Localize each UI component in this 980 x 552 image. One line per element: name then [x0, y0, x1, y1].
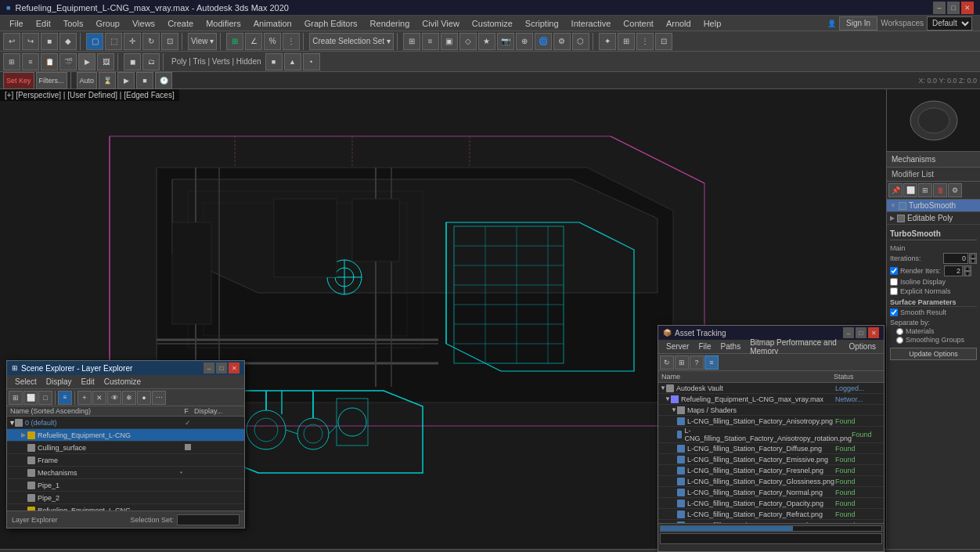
se-row-refuel-child[interactable]: Refueling_Equipment_L-CNG	[7, 504, 244, 511]
se-close-btn[interactable]: ✕	[229, 363, 240, 373]
at-minimize-btn[interactable]: –	[843, 327, 854, 338]
se-more-btn[interactable]: ⋯	[152, 391, 166, 405]
se-row-mechanisms[interactable]: Mechanisms *	[7, 467, 244, 479]
layer-mgr-btn[interactable]: ≡	[22, 53, 39, 70]
viewport-header[interactable]: [+] [Perspective] | [User Defined] | [Ed…	[0, 89, 179, 101]
se-menu-display[interactable]: Display	[41, 376, 77, 388]
se-selection-input-field[interactable]	[177, 514, 240, 525]
menu-content[interactable]: Content	[617, 17, 660, 30]
se-row-culling[interactable]: Culling_surface	[7, 442, 244, 454]
se-none-btn[interactable]: □	[38, 391, 52, 405]
at-maximize-btn[interactable]: □	[856, 327, 867, 338]
key-filter-btn[interactable]: Filters...	[36, 72, 67, 89]
at-missing-btn[interactable]: ?	[690, 355, 704, 370]
at-row-emissive[interactable]: L-CNG_filling_Station_Factory_Emissive.p…	[658, 454, 884, 465]
se-render-vis-btn[interactable]: ●	[137, 391, 151, 405]
stat-tris-btn[interactable]: ▲	[284, 53, 301, 70]
render-explorer-btn[interactable]: 🗂	[142, 53, 160, 70]
ts-smoothing-radio[interactable]	[896, 337, 903, 344]
configure-modsets-btn[interactable]: ⚙	[948, 183, 962, 197]
stat-verts-btn[interactable]: •	[303, 53, 320, 70]
at-row-maps[interactable]: ▼ Maps / Shaders	[658, 405, 884, 416]
se-tree[interactable]: ▼ 0 (default) ✓ ▶ Refueling_Equipment_L-…	[7, 417, 244, 511]
se-hide-btn[interactable]: 👁	[107, 391, 121, 405]
key-mode-btn[interactable]: ⌛	[99, 72, 116, 89]
menu-tools[interactable]: Tools	[57, 17, 90, 30]
at-path-input[interactable]	[660, 533, 882, 544]
menu-graph-editors[interactable]: Graph Editors	[298, 17, 364, 30]
angle-snap-button[interactable]: ∠	[245, 33, 262, 50]
se-maximize-btn[interactable]: □	[216, 363, 227, 373]
ts-iter-up[interactable]: ▲	[969, 253, 977, 258]
modifier-editable-poly[interactable]: ▶ Editable Poly	[887, 212, 980, 225]
se-freeze-btn[interactable]: ❄	[122, 391, 136, 405]
ts-smooth-result-checkbox[interactable]	[890, 308, 898, 316]
ts-isoline-checkbox[interactable]	[890, 278, 898, 286]
menu-edit[interactable]: Edit	[30, 17, 57, 30]
ts-explicit-normals-checkbox[interactable]	[890, 287, 898, 295]
layer-button[interactable]: ⊞	[403, 33, 420, 50]
at-menu-server[interactable]: Server	[661, 341, 694, 352]
spinner-snap-button[interactable]: ⋮	[283, 33, 300, 50]
ref-coord-button[interactable]: View ▾	[188, 33, 217, 50]
spacewarp-button[interactable]: 🌀	[535, 33, 552, 50]
menu-scripting[interactable]: Scripting	[519, 17, 565, 30]
body-button[interactable]: ⬡	[572, 33, 589, 50]
scene-states-btn[interactable]: 📋	[41, 53, 58, 70]
shape-button[interactable]: ◇	[459, 33, 477, 50]
ts-iter-down[interactable]: ▼	[969, 258, 977, 264]
signin-button[interactable]: Sign In	[839, 16, 877, 31]
undo-button[interactable]: ↩	[3, 33, 20, 50]
auto-key-btn[interactable]: Auto	[77, 72, 98, 89]
at-close-btn[interactable]: ✕	[868, 327, 879, 338]
se-minimize-btn[interactable]: –	[204, 363, 214, 373]
ts-materials-radio[interactable]	[896, 328, 903, 335]
at-row-aniso[interactable]: L-CNG_filling_Station_Factory_Anisotropy…	[658, 416, 884, 427]
workspace-dropdown[interactable]: Default	[927, 16, 972, 31]
menu-file[interactable]: File	[3, 17, 30, 30]
at-row-aniso-rot[interactable]: L-CNG_filling_Station_Factory_Anisotropy…	[658, 427, 884, 443]
se-invert-btn[interactable]: ⬜	[23, 391, 38, 405]
hold-button[interactable]: ■	[41, 33, 58, 50]
menu-views[interactable]: Views	[126, 17, 161, 30]
menu-create[interactable]: Create	[161, 17, 200, 30]
scale-button[interactable]: ⊡	[161, 33, 178, 50]
stat-polys-btn[interactable]: ■	[265, 53, 283, 70]
render-btn[interactable]: ▶	[78, 53, 95, 70]
at-refresh-btn[interactable]: ↻	[660, 355, 674, 370]
se-layer-btn[interactable]: ≡	[58, 391, 72, 405]
spacing-button[interactable]: ⊡	[655, 33, 672, 50]
geo-button[interactable]: ▣	[441, 33, 458, 50]
se-menu-select[interactable]: Select	[10, 376, 41, 388]
redo-button[interactable]: ↪	[22, 33, 39, 50]
at-row-refract[interactable]: L-CNG_filling_Station_Factory_Refract.pn…	[658, 509, 884, 520]
snap-toggle-button[interactable]: ⊞	[226, 33, 243, 50]
menu-arnold[interactable]: Arnold	[660, 17, 697, 30]
named-sel-button[interactable]: ✦	[599, 33, 616, 50]
menu-rendering[interactable]: Rendering	[364, 17, 416, 30]
at-track-btn[interactable]: ⊞	[675, 355, 689, 370]
close-button[interactable]: ✕	[961, 2, 974, 14]
fetch-button[interactable]: ◆	[59, 33, 77, 50]
move-button[interactable]: ✛	[124, 33, 141, 50]
modifier-turbosooth[interactable]: ▼ TurboSmooth	[887, 200, 980, 212]
remove-modifier-btn[interactable]: 🗑	[933, 183, 947, 197]
ts-render-iters-checkbox[interactable]	[890, 267, 898, 275]
se-menu-edit[interactable]: Edit	[77, 376, 99, 388]
se-row-refuel[interactable]: ▶ Refueling_Equipment_L-CNG	[7, 429, 244, 442]
se-row-frame[interactable]: Frame	[7, 454, 244, 467]
mat-editor-btn[interactable]: ◼	[124, 53, 141, 70]
scene-explorer-btn[interactable]: ⊞	[3, 53, 20, 70]
system-button[interactable]: ⚙	[553, 33, 571, 50]
make-unique-btn[interactable]: ⊞	[918, 183, 932, 197]
se-select-all-btn[interactable]: ⊞	[9, 391, 23, 405]
menu-civil-view[interactable]: Civil View	[416, 17, 465, 30]
at-row-fresnel[interactable]: L-CNG_filling_Station_Factory_Fresnel.pn…	[658, 465, 884, 476]
ts-update-options-btn[interactable]: Update Options	[890, 348, 977, 360]
render-frame-btn[interactable]: 🖼	[97, 53, 114, 70]
render-setup-btn[interactable]: 🎬	[59, 53, 77, 70]
se-row-default-layer[interactable]: ▼ 0 (default) ✓	[7, 417, 244, 429]
select-obj-button[interactable]: ▢	[86, 33, 103, 50]
rotate-button[interactable]: ↻	[142, 33, 160, 50]
menu-modifiers[interactable]: Modifiers	[200, 17, 247, 30]
